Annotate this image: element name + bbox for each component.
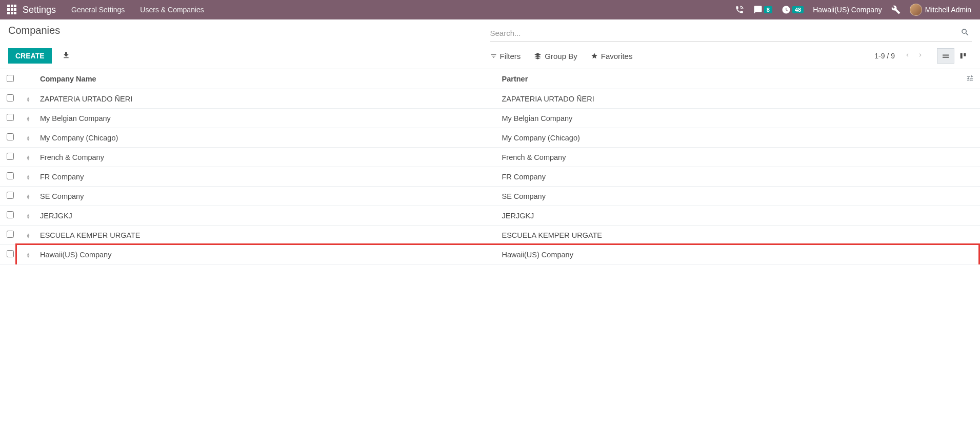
row-checkbox[interactable] xyxy=(7,192,14,199)
table-row[interactable]: ▲▼ ZAPATERIA URTADO ÑERI ZAPATERIA URTAD… xyxy=(0,89,980,109)
cell-partner: My Company (Chicago) xyxy=(498,128,960,148)
pager-prev[interactable] xyxy=(901,50,914,62)
company-selector[interactable]: Hawaii(US) Company xyxy=(813,6,882,14)
row-checkbox[interactable] xyxy=(7,94,14,101)
table-row[interactable]: ▲▼ My Belgian Company My Belgian Company xyxy=(0,109,980,128)
column-partner[interactable]: Partner xyxy=(498,69,960,89)
cell-partner: FR Company xyxy=(498,167,960,187)
drag-handle-icon[interactable]: ▲▼ xyxy=(21,206,36,226)
cell-company-name: My Belgian Company xyxy=(36,109,498,128)
activities-icon[interactable]: 48 xyxy=(782,5,804,14)
column-company-name[interactable]: Company Name xyxy=(36,69,498,89)
row-checkbox[interactable] xyxy=(7,250,14,257)
page-title: Companies xyxy=(8,25,490,36)
apps-menu-icon[interactable] xyxy=(7,5,17,15)
optional-columns-icon[interactable] xyxy=(959,69,980,89)
cell-company-name: SE Company xyxy=(36,187,498,206)
search-icon[interactable] xyxy=(958,28,972,38)
cell-partner: ESCUELA KEMPER URGATE xyxy=(498,226,960,245)
menu-general-settings[interactable]: General Settings xyxy=(71,6,125,14)
row-checkbox[interactable] xyxy=(7,211,14,218)
cell-partner: ZAPATERIA URTADO ÑERI xyxy=(498,89,960,109)
table-row[interactable]: ▲▼ FR Company FR Company xyxy=(0,167,980,187)
groupby-label: Group By xyxy=(545,52,577,60)
groupby-button[interactable]: Group By xyxy=(534,52,577,60)
row-checkbox[interactable] xyxy=(7,133,14,140)
activities-badge: 48 xyxy=(792,6,804,13)
drag-handle-icon[interactable]: ▲▼ xyxy=(21,226,36,245)
app-brand[interactable]: Settings xyxy=(23,5,56,15)
drag-handle-icon[interactable]: ▲▼ xyxy=(21,245,36,264)
pager-next[interactable] xyxy=(914,50,927,62)
filters-button[interactable]: Filters xyxy=(490,52,521,60)
table-row[interactable]: ▲▼ SE Company SE Company xyxy=(0,187,980,206)
pager: 1-9 / 9 xyxy=(874,48,972,64)
avatar xyxy=(910,4,922,16)
favorites-button[interactable]: Favorites xyxy=(591,52,633,60)
table-row[interactable]: ▲▼ Hawaii(US) Company Hawaii(US) Company xyxy=(0,245,980,264)
cell-partner: Hawaii(US) Company xyxy=(498,245,960,264)
main-navbar: Settings General Settings Users & Compan… xyxy=(0,0,980,19)
drag-handle-icon[interactable]: ▲▼ xyxy=(21,167,36,187)
import-button[interactable] xyxy=(62,51,70,61)
company-name: Hawaii(US) Company xyxy=(813,6,882,14)
drag-handle-icon[interactable]: ▲▼ xyxy=(21,109,36,128)
cell-company-name: ZAPATERIA URTADO ÑERI xyxy=(36,89,498,109)
table-row[interactable]: ▲▼ My Company (Chicago) My Company (Chic… xyxy=(0,128,980,148)
create-button[interactable]: CREATE xyxy=(8,48,52,64)
search-bar xyxy=(490,25,972,42)
search-input[interactable] xyxy=(490,27,959,39)
filters-label: Filters xyxy=(500,52,521,60)
list-view-button[interactable] xyxy=(937,48,954,64)
drag-handle-icon[interactable]: ▲▼ xyxy=(21,89,36,109)
cell-partner: JERJGKJ xyxy=(498,206,960,226)
drag-handle-icon[interactable]: ▲▼ xyxy=(21,148,36,167)
favorites-label: Favorites xyxy=(601,52,633,60)
drag-handle-icon[interactable]: ▲▼ xyxy=(21,187,36,206)
messages-icon[interactable]: 8 xyxy=(753,5,772,14)
cell-company-name: FR Company xyxy=(36,167,498,187)
cell-partner: SE Company xyxy=(498,187,960,206)
menu-users-companies[interactable]: Users & Companies xyxy=(140,6,204,14)
list-view: Company Name Partner ▲▼ ZAPATERIA URTADO… xyxy=(0,69,980,264)
messages-badge: 8 xyxy=(764,6,772,13)
drag-handle-icon[interactable]: ▲▼ xyxy=(21,128,36,148)
pager-text: 1-9 / 9 xyxy=(874,52,895,60)
cell-company-name: My Company (Chicago) xyxy=(36,128,498,148)
table-row[interactable]: ▲▼ French & Company French & Company xyxy=(0,148,980,167)
user-name: Mitchell Admin xyxy=(925,6,971,14)
select-all-checkbox[interactable] xyxy=(7,75,14,82)
table-row[interactable]: ▲▼ JERJGKJ JERJGKJ xyxy=(0,206,980,226)
cell-company-name: ESCUELA KEMPER URGATE xyxy=(36,226,498,245)
kanban-view-button[interactable] xyxy=(954,48,972,64)
cell-partner: My Belgian Company xyxy=(498,109,960,128)
voip-icon[interactable] xyxy=(735,5,744,14)
table-row[interactable]: ▲▼ ESCUELA KEMPER URGATE ESCUELA KEMPER … xyxy=(0,226,980,245)
cell-company-name: JERJGKJ xyxy=(36,206,498,226)
row-checkbox[interactable] xyxy=(7,153,14,160)
user-menu[interactable]: Mitchell Admin xyxy=(910,4,971,16)
cell-company-name: French & Company xyxy=(36,148,498,167)
cell-company-name: Hawaii(US) Company xyxy=(36,245,498,264)
companies-table: Company Name Partner ▲▼ ZAPATERIA URTADO… xyxy=(0,69,980,264)
cell-partner: French & Company xyxy=(498,148,960,167)
row-checkbox[interactable] xyxy=(7,114,14,121)
control-panel: Companies CREATE Filters Group By xyxy=(0,19,980,69)
debug-icon[interactable] xyxy=(891,5,901,14)
row-checkbox[interactable] xyxy=(7,172,14,179)
row-checkbox[interactable] xyxy=(7,231,14,238)
